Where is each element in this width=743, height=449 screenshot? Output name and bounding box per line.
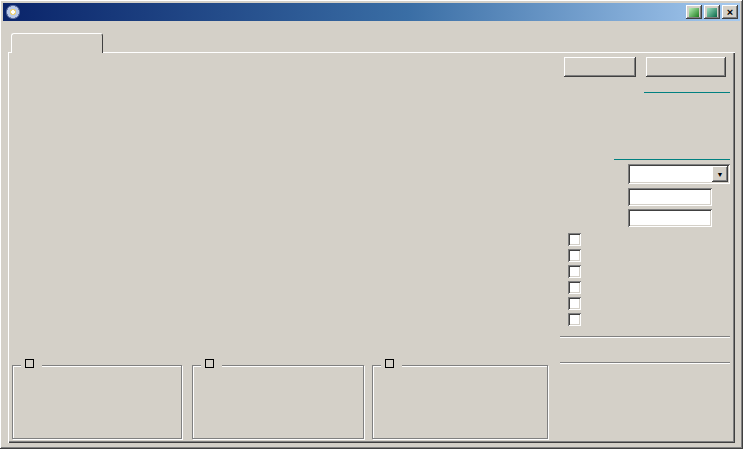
app-disc-icon	[6, 5, 20, 19]
checkbox-box[interactable]	[568, 281, 581, 294]
checkbox-box[interactable]	[568, 265, 581, 278]
separator	[560, 336, 730, 338]
start-position-input[interactable]	[628, 188, 712, 206]
start-button[interactable]	[564, 57, 636, 77]
top-chart-left-axis	[34, 70, 60, 206]
checkbox-show-jitter[interactable]	[568, 280, 587, 294]
mini-chart-icon	[689, 8, 699, 17]
pi-errors-legend	[21, 359, 42, 368]
control-panel: ▼	[558, 52, 732, 443]
bottom-chart-x-axis	[62, 352, 532, 364]
pif-jitter-chart	[62, 224, 532, 350]
speed-select[interactable]: ▼	[628, 164, 730, 184]
jitter-group	[372, 365, 548, 439]
checkbox-quick-scan[interactable]	[568, 232, 587, 246]
checkbox-box[interactable]	[568, 313, 581, 326]
checkbox-box[interactable]	[568, 233, 581, 246]
pi-failures-legend	[201, 359, 222, 368]
chevron-down-icon[interactable]: ▼	[712, 166, 728, 182]
titlebar-tool-icon-1[interactable]	[686, 5, 702, 19]
top-chart-right-axis	[536, 70, 556, 206]
pi-errors-group	[12, 365, 182, 439]
settings-header-line	[614, 159, 730, 160]
separator	[560, 362, 730, 364]
pie-speed-chart	[62, 70, 532, 206]
close-icon: ×	[727, 6, 733, 18]
checkbox-show-c1-pie[interactable]	[568, 248, 587, 262]
exit-button[interactable]	[646, 57, 726, 77]
pi-errors-swatch	[25, 359, 34, 368]
end-position-input[interactable]	[628, 209, 712, 227]
jitter-swatch	[385, 359, 394, 368]
checkbox-show-read-speed[interactable]	[568, 296, 587, 310]
bottom-chart-left-axis	[34, 224, 60, 350]
close-button[interactable]: ×	[722, 5, 738, 19]
tab-panel: ▼	[8, 52, 735, 443]
top-chart-x-axis	[62, 208, 532, 220]
checkbox-box[interactable]	[568, 249, 581, 262]
checkbox-show-c2-pif[interactable]	[568, 264, 587, 278]
pi-failures-swatch	[205, 359, 214, 368]
checkbox-show-write-speed[interactable]	[568, 312, 587, 326]
checkbox-box[interactable]	[568, 297, 581, 310]
disc-info-header-line	[644, 92, 730, 93]
pi-failures-group	[192, 365, 364, 439]
jitter-legend	[381, 359, 402, 368]
tab-disc-quality[interactable]	[11, 33, 103, 53]
app-window: ×	[0, 0, 743, 449]
titlebar[interactable]: ×	[3, 3, 740, 21]
mini-disc-icon	[707, 8, 717, 17]
titlebar-tool-icon-2[interactable]	[704, 5, 720, 19]
